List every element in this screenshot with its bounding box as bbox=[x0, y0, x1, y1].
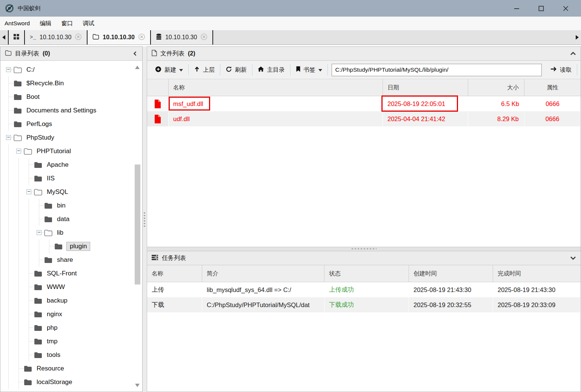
file-attr: 0666 bbox=[524, 96, 581, 111]
task-finished: 2025-08-19 20:33:09 bbox=[493, 297, 581, 312]
collapse-panel-icon[interactable] bbox=[132, 51, 138, 57]
tree-guide bbox=[3, 280, 14, 294]
scroll-down-icon[interactable] bbox=[135, 382, 140, 389]
tree-guide bbox=[3, 172, 14, 185]
tab-file-manager[interactable]: 10.10.10.30 bbox=[88, 30, 151, 45]
maximize-button[interactable] bbox=[538, 5, 544, 12]
file-name[interactable]: udf.dll bbox=[169, 111, 383, 126]
up-level-button[interactable]: 上层 bbox=[189, 61, 220, 79]
tab-scroll-right-icon[interactable] bbox=[573, 30, 581, 45]
menu-debug[interactable]: 调试 bbox=[78, 20, 99, 28]
task-list-title: 任务列表 bbox=[162, 254, 186, 262]
tree-guide bbox=[14, 321, 24, 335]
tree-item-plugin[interactable]: plugin bbox=[3, 240, 142, 253]
tree-expander-icon[interactable] bbox=[24, 185, 34, 199]
tree-item-php[interactable]: php bbox=[3, 321, 142, 335]
tab-close-icon[interactable] bbox=[200, 33, 208, 42]
file-row-udf-dll[interactable]: udf.dll2025-04-04 21:41:428.29 Kb0666 bbox=[147, 111, 581, 126]
tree-expander-icon[interactable] bbox=[34, 226, 44, 240]
new-button[interactable]: 新建 bbox=[150, 61, 188, 79]
tree-item-lib[interactable]: lib bbox=[3, 226, 142, 240]
tab-terminal[interactable]: >_ 10.10.10.30 bbox=[25, 30, 88, 45]
tree-item-phpstudy[interactable]: PhpStudy bbox=[3, 131, 142, 145]
tree-item-sql-front[interactable]: SQL-Front bbox=[3, 267, 142, 280]
chevron-down-icon[interactable] bbox=[570, 256, 576, 260]
file-list-title: 文件列表 bbox=[160, 50, 184, 58]
tasks-icon bbox=[152, 255, 158, 262]
tree-item-mysql[interactable]: MySQL bbox=[3, 185, 142, 199]
task-desc: lib_mysqludf_sys_64.dll => C:/ bbox=[202, 282, 324, 297]
read-button[interactable]: 读取 bbox=[546, 61, 576, 79]
menu-window[interactable]: 窗口 bbox=[56, 20, 78, 28]
tree-item-tmp[interactable]: tmp bbox=[3, 335, 142, 348]
file-size: 6.5 Kb bbox=[468, 96, 524, 111]
tree-guide bbox=[24, 294, 34, 307]
tree-item-perflogs[interactable]: PerfLogs bbox=[3, 117, 142, 131]
panel-splitter-vertical[interactable] bbox=[143, 46, 147, 392]
tree-item-tools[interactable]: tools bbox=[3, 348, 142, 362]
task-row-item-0[interactable]: 上传lib_mysqludf_sys_64.dll => C:/上传成功2025… bbox=[147, 282, 581, 297]
bookmark-button[interactable]: 书签 bbox=[291, 61, 327, 79]
tree-item-resource[interactable]: Resource bbox=[3, 362, 142, 375]
tree-item-c[interactable]: C:/ bbox=[3, 63, 142, 77]
task-col-created: 创建时间 bbox=[409, 265, 493, 282]
task-name: 上传 bbox=[147, 282, 202, 297]
refresh-button[interactable]: 刷新 bbox=[221, 61, 252, 79]
tab-dashboard[interactable] bbox=[8, 30, 25, 45]
tree-guide bbox=[24, 280, 34, 294]
scrollbar-thumb[interactable] bbox=[135, 164, 140, 285]
tree-item-label: WWW bbox=[46, 283, 66, 291]
panel-splitter-horizontal[interactable] bbox=[147, 247, 581, 251]
tree-item-backup[interactable]: backup bbox=[3, 294, 142, 307]
file-row-msf-udf-dll[interactable]: msf_udf.dll2025-08-19 22:05:016.5 Kb0666 bbox=[147, 96, 581, 111]
toolbar-separator bbox=[577, 64, 577, 75]
tree-item-label: Resource bbox=[36, 364, 65, 373]
folder-icon bbox=[14, 94, 22, 100]
tree-item-data[interactable]: data bbox=[3, 212, 142, 226]
tree-item-recycle-bin[interactable]: $Recycle.Bin bbox=[3, 77, 142, 90]
tree-guide bbox=[14, 294, 24, 307]
tree-item-www[interactable]: WWW bbox=[3, 280, 142, 294]
tree-item-label: backup bbox=[46, 297, 68, 305]
tree-guide bbox=[24, 172, 34, 185]
tree-guide bbox=[24, 335, 34, 348]
chevron-up-icon[interactable] bbox=[570, 51, 576, 56]
scroll-up-icon[interactable] bbox=[135, 64, 140, 71]
tree-item-documents-and-settings[interactable]: Documents and Settings bbox=[3, 104, 142, 117]
menu-antsword[interactable]: AntSword bbox=[5, 20, 35, 27]
tree-item-boot[interactable]: Boot bbox=[3, 90, 142, 104]
tree-guide bbox=[14, 199, 24, 212]
tab-database[interactable]: 10.10.10.30 bbox=[151, 30, 214, 45]
tab-scroll-left-icon[interactable] bbox=[0, 30, 8, 45]
tree-item-phptutorial[interactable]: PHPTutorial bbox=[3, 145, 142, 158]
task-row-item-1[interactable]: 下载C:/PhpStudy/PHPTutorial/MySQL/dat下载成功2… bbox=[147, 297, 581, 312]
home-button[interactable]: 主目录 bbox=[253, 61, 290, 79]
tree-item-iis[interactable]: IIS bbox=[3, 172, 142, 185]
tree-item-nginx[interactable]: nginx bbox=[3, 307, 142, 321]
tab-close-icon[interactable] bbox=[138, 33, 145, 42]
tree-expander-icon[interactable] bbox=[14, 145, 24, 158]
menu-edit[interactable]: 编辑 bbox=[35, 20, 56, 28]
path-input[interactable] bbox=[332, 64, 542, 76]
tree-guide bbox=[14, 307, 24, 321]
tree-guide bbox=[3, 267, 14, 280]
minimize-button[interactable] bbox=[513, 5, 520, 12]
tree-expander-icon[interactable] bbox=[3, 63, 14, 77]
file-name[interactable]: msf_udf.dll bbox=[169, 96, 383, 111]
tree-item-localstorage[interactable]: localStorage bbox=[3, 375, 142, 389]
toolbar-separator bbox=[252, 64, 252, 75]
tree-guide bbox=[14, 226, 24, 240]
tree-item-bin[interactable]: bin bbox=[3, 199, 142, 212]
tree-guide bbox=[3, 117, 14, 131]
tree-scrollbar[interactable] bbox=[134, 64, 141, 389]
folder-icon bbox=[54, 243, 63, 250]
tree-item-apache[interactable]: Apache bbox=[3, 158, 142, 172]
tree-expander-icon[interactable] bbox=[3, 131, 14, 145]
close-button[interactable] bbox=[563, 5, 569, 12]
splitter-handle-icon bbox=[352, 248, 377, 249]
splitter-handle-icon bbox=[144, 212, 145, 228]
file-col-name: 名称 bbox=[169, 79, 383, 96]
tree-guide bbox=[3, 226, 14, 240]
tab-close-icon[interactable] bbox=[75, 33, 82, 42]
tree-item-share[interactable]: share bbox=[3, 253, 142, 267]
